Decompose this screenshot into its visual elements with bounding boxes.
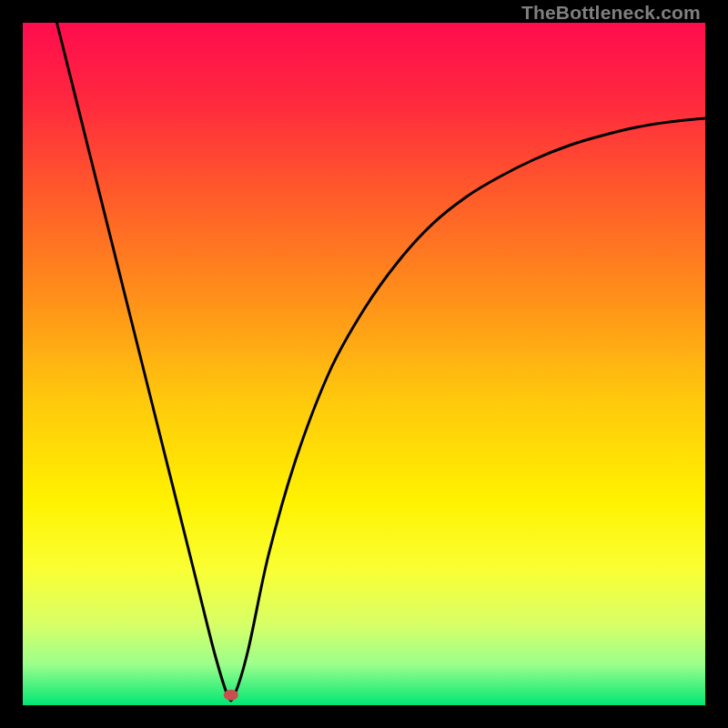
chart-frame [23,23,705,705]
bottleneck-chart [23,23,705,705]
gradient-background [23,23,705,705]
watermark-text: TheBottleneck.com [521,2,701,24]
optimal-point-marker [224,690,238,701]
